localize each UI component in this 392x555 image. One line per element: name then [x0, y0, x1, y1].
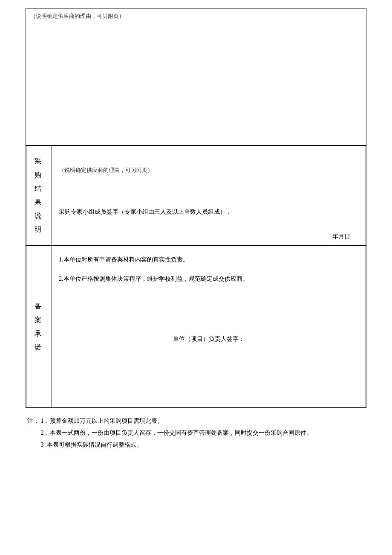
promise-item2: 2.本单位严格按照集体决策程序，维护学校利益，规范确定成交供应商。 — [59, 273, 359, 284]
promise-section-row: 备 案 承 诺 1.本单位对所有申请备案材料内容的真实性负责。 2.本单位严格按… — [26, 245, 366, 408]
result-label-cell: 采 购 结 果 说 明 — [26, 146, 52, 245]
promise-label: 备 案 承 诺 — [29, 254, 49, 399]
promise-label-cell: 备 案 承 诺 — [26, 246, 52, 408]
hint-text-2: （说明确定供应商的理由，可另附页） — [59, 166, 359, 174]
notes-item3: 3 .本表可根据实际情况自行调整格式。 — [41, 442, 142, 448]
notes-title: 注： — [27, 418, 39, 424]
sign-label: 单位（项目）负责人签字： — [173, 336, 245, 342]
result-label: 采 购 结 果 说 明 — [29, 154, 49, 236]
hint-text: （说明确定供应商的理由，可另附页） — [30, 12, 362, 20]
notes-item2: 2．本表一式两份，一份由项目负责人留存，一份交国有资产管理处备案，同时提交一份采… — [41, 430, 312, 436]
result-section-row: （说明确定供应商的理由，可另附页） — [26, 9, 366, 145]
promise-item1: 1.本单位对所有申请备案材料内容的真实性负责。 — [59, 254, 359, 265]
result-content-cell: （说明确定供应商的理由，可另附页） 采购专家小组成员签字（专家小组由三人及以上单… — [52, 146, 366, 245]
date-label: 年月日 — [332, 233, 350, 240]
expert-sign-text: 采购专家小组成员签字（专家小组由三人及以上单数人员组成）： — [59, 208, 359, 216]
notes-section: 注： 1．预算金额10万元以上的采购项目需填此表。 2．本表一式两份，一份由项目… — [26, 415, 366, 451]
result-label-row: 采 购 结 果 说 明 （说明确定供应商的理由，可另附页） — [26, 145, 366, 246]
main-table: （说明确定供应商的理由，可另附页） 采 购 结 果 说 明 — [26, 9, 366, 408]
notes-item1: 1．预算金额10万元以上的采购项目需填此表。 — [41, 418, 163, 424]
promise-content-cell: 1.本单位对所有申请备案材料内容的真实性负责。 2.本单位严格按照集体决策程序，… — [52, 246, 366, 408]
